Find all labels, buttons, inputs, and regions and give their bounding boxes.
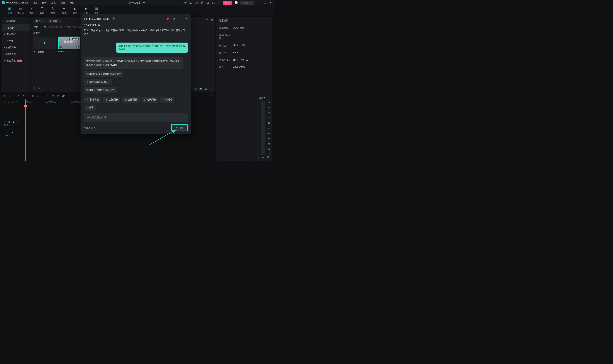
crop-icon[interactable]: ◻ xyxy=(47,95,49,97)
smart-dropdown[interactable]: 智慧▾ xyxy=(33,25,40,29)
copilot-minimize[interactable]: — xyxy=(179,17,182,20)
snapshot-icon[interactable]: ▧ xyxy=(211,19,213,22)
tab-audio[interactable]: ♪音訊 xyxy=(26,7,37,14)
tl-opt3-icon[interactable]: ⊡ xyxy=(12,101,13,103)
robot-icon[interactable]: ♜ xyxy=(173,17,175,20)
tl-opt2-icon[interactable]: ⊟ xyxy=(8,101,10,103)
chip-timeline[interactable]: ≡時間軸 xyxy=(160,97,174,103)
window-minimize[interactable]: — xyxy=(258,1,261,4)
pin-icon[interactable]: 📌 xyxy=(165,17,170,21)
sidebar-item-project[interactable]: ▾項目素材 xyxy=(1,18,30,24)
info-icon[interactable]: ⓘ xyxy=(112,17,115,20)
link-icon[interactable]: 🔗 xyxy=(62,95,65,97)
tab-effects[interactable]: ✦效果 xyxy=(58,7,69,14)
new-folder-icon[interactable]: ⊞ xyxy=(33,87,35,90)
copilot-send-button[interactable]: ➤傳送 xyxy=(171,124,188,131)
menu-help[interactable]: 幫助 xyxy=(70,1,75,4)
copilot-input-placeholder: 在此輸入您的命令 xyxy=(87,116,107,119)
clip-tile-demo[interactable]: 00:00:10 ▫⊕ demo xyxy=(58,37,80,53)
sidebar-label: 檔案夾 xyxy=(7,26,14,29)
copilot-close[interactable]: ✕ xyxy=(186,17,188,20)
redo-icon[interactable]: ↷ xyxy=(23,95,25,97)
copilot-suggestion[interactable]: 如何对时间线上的片段进行加速？ xyxy=(84,71,123,77)
menu-file[interactable]: 檔案 xyxy=(33,1,37,4)
tab-stock-label: 素材庫 xyxy=(17,12,24,14)
tab-audio-label: 音訊 xyxy=(29,12,33,14)
send-icon[interactable] xyxy=(184,1,187,4)
screen-icon: ▥ xyxy=(125,98,127,101)
export-button[interactable]: 匯出▾ xyxy=(240,1,253,5)
sidebar-item-adjust[interactable]: ▸調整圖層 xyxy=(1,51,30,57)
chip-format[interactable]: ◈格式調整 xyxy=(142,97,158,103)
camera-icon[interactable]: 📷 xyxy=(199,87,202,90)
chip-label: 格式調整 xyxy=(147,98,156,101)
cursor-icon[interactable]: ↖ xyxy=(9,95,11,97)
meter-right-label: 右 xyxy=(262,156,264,159)
headset-icon[interactable] xyxy=(212,1,215,4)
chip-label: 時間軸 xyxy=(165,98,172,101)
playhead[interactable] xyxy=(25,99,26,161)
tab-media[interactable]: ▣媒體 xyxy=(4,7,15,14)
tab-stickers[interactable]: ◆貼圖 xyxy=(80,7,91,14)
buy-button[interactable]: 購買 xyxy=(223,1,232,5)
layout-icon[interactable]: ⊞ xyxy=(3,95,5,97)
sidebar-item-folder[interactable]: 檔案夾 xyxy=(1,24,30,31)
tab-effects-label: 效果 xyxy=(62,12,66,14)
chat-icon[interactable] xyxy=(189,1,192,4)
tl-opt1-icon[interactable]: ▭ xyxy=(3,101,5,103)
tab-transitions[interactable]: ⇆轉場 xyxy=(48,7,58,14)
folder-icon[interactable]: 🗀 xyxy=(38,87,40,90)
speed-icon[interactable]: ⏱ xyxy=(52,95,54,97)
tab-titles[interactable]: T標題 xyxy=(37,7,48,14)
window-maximize[interactable]: ▢ xyxy=(264,1,266,4)
apps-icon[interactable] xyxy=(217,1,220,4)
meter-scale: 0-6-12-18-24-30-36-42-48-54∞ xyxy=(267,101,270,155)
import-tile[interactable]: + 導入媒體檔 xyxy=(33,37,55,53)
text-icon[interactable]: T xyxy=(42,95,43,97)
tab-stock[interactable]: ▭素材庫 xyxy=(15,7,26,14)
copilot-assistant-message: 请问您已经选中了要处理的剪辑片段吗？如果没有，请您先选择需要处理的剪辑，然后我可… xyxy=(84,57,183,69)
ai-icon[interactable]: ⬡ xyxy=(57,95,59,97)
sidebar-item-brand[interactable]: ▸品牌套件 xyxy=(1,44,30,51)
tab-filters-label: 濾鏡 xyxy=(73,12,77,14)
tab-filters[interactable]: ◐濾鏡 xyxy=(69,7,80,14)
chip-screen[interactable]: ▥畫面調整 xyxy=(122,97,140,103)
sidebar-item-local[interactable]: ▸本地素材 xyxy=(1,31,30,38)
delete-icon[interactable]: 🗑 xyxy=(32,95,34,97)
add-track-button[interactable]: + xyxy=(209,94,213,98)
undo-icon[interactable]: ↶ xyxy=(18,95,20,97)
display-icon[interactable]: 🖵 xyxy=(194,87,197,90)
chip-label: 音訊調整 xyxy=(109,98,118,101)
sidebar-item-cloud[interactable]: ▸雲空間 xyxy=(1,38,30,44)
clip-caption: demo xyxy=(58,51,80,53)
copilot-input[interactable]: 在此輸入您的命令 xyxy=(84,113,188,122)
clip-add-icon[interactable]: ⊕ xyxy=(77,46,79,48)
chip-audio[interactable]: ◉音訊調整 xyxy=(103,97,120,103)
compare-icon[interactable]: ◫ xyxy=(206,19,208,22)
window-close[interactable]: ✕ xyxy=(269,1,272,4)
chip-search[interactable]: ⌕搜尋 xyxy=(84,105,96,111)
import-caption: 導入媒體檔 xyxy=(33,51,55,53)
record-dropdown[interactable]: 錄製▾ xyxy=(47,19,62,23)
copilot-suggestion[interactable]: 如何裁剪视频的开头部分？ xyxy=(84,87,117,93)
history-icon[interactable]: ⟲ xyxy=(143,1,145,4)
image-icon[interactable] xyxy=(200,1,203,4)
copilot-suggestion[interactable]: 可以帮我剪辑视频吗？ xyxy=(84,79,112,85)
tab-templates[interactable]: ▦模板 xyxy=(91,7,102,14)
cloud-icon[interactable] xyxy=(206,1,209,4)
tl-opt4-icon[interactable]: ✦ xyxy=(16,101,18,103)
chip-add-resource[interactable]: ＋新增資源 xyxy=(84,97,101,103)
menu-tools[interactable]: 工具 xyxy=(51,1,56,4)
cut-icon[interactable]: ✂ xyxy=(37,95,39,97)
sidebar-item-compound[interactable]: ▸複合片段NEW xyxy=(1,57,30,64)
menu-edit[interactable]: 編輯 xyxy=(42,1,47,4)
meter-db-label: dB xyxy=(267,156,269,159)
import-dropdown[interactable]: 匯入▾ xyxy=(33,19,45,23)
main-menu: 檔案 編輯 工具 視圖 幫助 xyxy=(33,1,75,4)
user-avatar[interactable] xyxy=(235,1,238,4)
monitor-icon[interactable] xyxy=(195,1,198,4)
volume-icon[interactable]: 🔈 xyxy=(205,87,208,90)
expand-icon[interactable]: ⤢ xyxy=(211,87,213,90)
svg-rect-7 xyxy=(219,1,219,2)
menu-view[interactable]: 視圖 xyxy=(61,1,65,4)
